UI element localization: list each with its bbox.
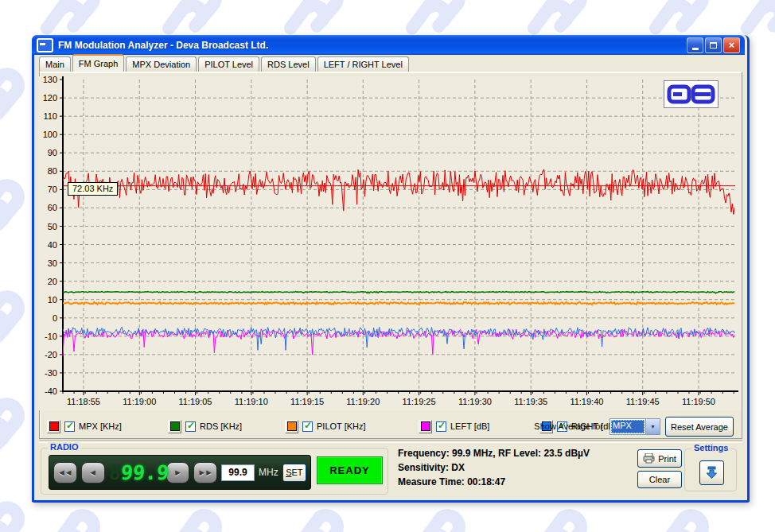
tab-fm-graph[interactable]: FM Graph xyxy=(72,54,125,72)
desktop: { "window": { "title": "FM Modulation An… xyxy=(0,0,775,532)
series-checkbox[interactable]: ✓ xyxy=(185,421,196,432)
series-label: RDS [KHz] xyxy=(200,421,242,431)
watermark-logo xyxy=(0,48,32,123)
y-axis-label: 40 xyxy=(48,240,57,250)
settings-button[interactable] xyxy=(699,460,724,485)
display-ghost-digit: 8 xyxy=(107,461,121,484)
step-back-button[interactable]: ◄ xyxy=(81,462,105,483)
watermark-logo xyxy=(519,0,594,36)
tab-left-right-level[interactable]: LEFT / RIGHT Level xyxy=(317,56,409,72)
set-button[interactable]: SET xyxy=(282,464,306,482)
watermark-logo xyxy=(275,0,351,36)
measure-time-line: Measure Time: 00:18:47 xyxy=(398,475,637,489)
series-color-swatch xyxy=(421,421,430,431)
chevron-down-icon[interactable]: ▼ xyxy=(645,419,660,434)
status-indicator: READY xyxy=(317,456,383,484)
series-checkbox[interactable]: ✓ xyxy=(64,421,75,432)
check-icon: ✓ xyxy=(187,420,195,431)
x-axis-label: 11:19:05 xyxy=(178,397,212,406)
app-icon xyxy=(37,38,53,52)
series-right xyxy=(63,327,734,350)
y-axis-label: 80 xyxy=(48,166,57,176)
show-average-label: Show Average for: xyxy=(534,421,606,431)
sensitivity-line: Sensitivity: DX xyxy=(398,460,637,475)
reset-average-button[interactable]: Reset Average xyxy=(665,417,734,437)
watermark-logo xyxy=(154,0,229,36)
radio-group-label: RADIO xyxy=(48,442,80,452)
maximize-icon xyxy=(710,42,717,49)
title-bar[interactable]: FM Modulation Analyzer - Deva Broadcast … xyxy=(32,35,745,55)
x-axis-label: 11:19:50 xyxy=(682,397,715,406)
y-axis-label: 30 xyxy=(48,258,57,268)
series-rds xyxy=(63,292,734,293)
tab-main[interactable]: Main xyxy=(39,56,71,72)
print-button[interactable]: Print xyxy=(637,449,682,468)
frequency-rf-line: Frequency: 99.9 MHz, RF Level: 23.5 dBµV xyxy=(398,446,637,460)
seek-forward-button[interactable]: ►► xyxy=(193,462,217,483)
series-label: MPX [KHz] xyxy=(79,421,122,431)
watermark-logo xyxy=(0,481,32,532)
measurement-info: Frequency: 99.9 MHz, RF Level: 23.5 dBµV… xyxy=(398,446,637,489)
tab-strip: Main FM Graph MPX Deviation PILOT Level … xyxy=(39,56,411,72)
fm-graph-chart[interactable]: 1301201101009080706050403020100-10-20-30… xyxy=(38,76,742,410)
clear-button[interactable]: Clear xyxy=(637,471,682,488)
series-color-button[interactable] xyxy=(47,420,60,433)
tab-pilot-level[interactable]: PILOT Level xyxy=(198,56,259,72)
watermark-logo xyxy=(641,0,716,36)
check-icon: ✓ xyxy=(66,420,74,431)
y-axis-label: 100 xyxy=(43,130,57,139)
y-axis-label: 110 xyxy=(43,111,57,121)
x-axis-label: 11:18:55 xyxy=(67,397,100,406)
y-axis-label: 60 xyxy=(48,203,57,212)
series-color-swatch xyxy=(49,421,59,431)
y-axis-label: 0 xyxy=(53,313,57,323)
display-value: 99.9 xyxy=(120,461,169,484)
average-select[interactable]: MPX ▼ xyxy=(609,418,660,435)
seek-back-button[interactable]: ◄◄ xyxy=(53,462,77,483)
frequency-display: 899.9 xyxy=(108,462,163,483)
y-axis-label: -10 xyxy=(45,332,57,341)
close-icon: × xyxy=(729,40,734,51)
series-pilot xyxy=(63,302,734,305)
series-color-button[interactable] xyxy=(419,420,432,433)
x-axis-label: 11:19:20 xyxy=(346,397,380,406)
tab-rds-level[interactable]: RDS Level xyxy=(261,56,316,72)
minimize-button[interactable] xyxy=(687,37,703,53)
check-icon: ✓ xyxy=(304,420,312,431)
tab-mpx-deviation[interactable]: MPX Deviation xyxy=(126,56,197,72)
check-icon: ✓ xyxy=(438,420,446,431)
x-axis-label: 11:19:10 xyxy=(235,397,268,406)
y-axis-label: 120 xyxy=(43,93,57,103)
divider xyxy=(39,440,742,443)
window-title: FM Modulation Analyzer - Deva Broadcast … xyxy=(58,40,687,51)
maximize-button[interactable] xyxy=(705,37,722,53)
watermark-logo xyxy=(0,378,32,453)
printer-icon xyxy=(643,453,655,464)
settings-group: Settings xyxy=(684,449,737,491)
x-axis-label: 11:19:35 xyxy=(514,397,547,406)
legend-item-rds: ✓ RDS [KHz] xyxy=(168,419,242,433)
series-color-button[interactable] xyxy=(285,420,298,433)
series-checkbox[interactable]: ✓ xyxy=(302,421,313,432)
y-axis-label: 10 xyxy=(48,295,57,305)
x-axis-label: 11:19:30 xyxy=(458,397,492,406)
legend-item-mpx: ✓ MPX [KHz] xyxy=(47,419,122,433)
series-color-button[interactable] xyxy=(168,420,181,433)
watermark-logo xyxy=(0,159,32,235)
series-checkbox[interactable]: ✓ xyxy=(436,421,446,432)
watermark-logo xyxy=(32,0,107,36)
series-label: PILOT [KHz] xyxy=(317,421,366,431)
frequency-input[interactable] xyxy=(221,464,255,481)
x-axis-label: 11:19:25 xyxy=(403,397,436,406)
db-logo-icon xyxy=(667,83,715,105)
average-tooltip: 72.03 KHz xyxy=(68,182,118,196)
app-window: FM Modulation Analyzer - Deva Broadcast … xyxy=(32,35,750,503)
settings-group-label: Settings xyxy=(691,443,730,452)
download-arrow-icon xyxy=(705,466,719,480)
x-axis-label: 11:19:40 xyxy=(570,397,603,406)
close-button[interactable]: × xyxy=(723,37,740,53)
tuner-panel: ◄◄ ◄ 899.9 ► ►► MHz SET xyxy=(49,455,311,490)
watermark-logo xyxy=(0,270,32,346)
mhz-unit-label: MHz xyxy=(259,467,278,478)
y-axis-label: -40 xyxy=(45,386,57,396)
